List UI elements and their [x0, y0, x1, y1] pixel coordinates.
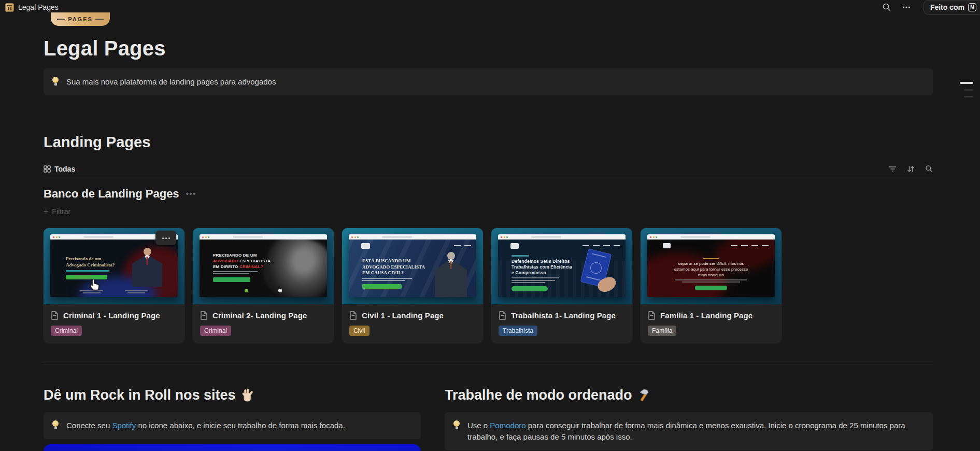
card-title: Criminal 1 - Landing Page [63, 311, 160, 320]
made-with-notion-badge[interactable]: Feito com N [924, 0, 980, 15]
document-icon [349, 311, 357, 320]
card-civil-1[interactable]: ESTÁ BUSCANDO UM ADVOGADO ESPECIALISTA E… [342, 228, 483, 343]
section-divider [44, 364, 933, 364]
document-icon [648, 311, 656, 320]
notion-logo-icon: N [968, 3, 976, 11]
card-cover: Precisando de um Advogado Criminalista? [44, 228, 184, 304]
outline-bar[interactable] [964, 96, 973, 97]
outline-bar[interactable] [960, 82, 973, 84]
cover-cta-button [695, 286, 727, 290]
spotify-embed[interactable] [44, 444, 421, 451]
site-logo [663, 243, 671, 248]
breadcrumb-title: Legal Pages [18, 3, 59, 11]
search-icon[interactable] [882, 3, 891, 12]
cover-cta-button [362, 284, 402, 289]
card-cover: ESTÁ BUSCANDO UM ADVOGADO ESPECIALISTA E… [342, 228, 483, 304]
pomodoro-section-title: Trabalhe de modo ordenado [445, 386, 632, 404]
card-more-button[interactable] [155, 231, 176, 245]
spotify-callout-text: Conecte seu Spotify no icone abaixo, e i… [66, 420, 345, 431]
card-cover: Defendemos Seus Direitos Trabalhistas co… [491, 228, 632, 304]
tag-criminal: Criminal [51, 326, 82, 336]
tag-criminal: Criminal [200, 326, 231, 336]
card-cover: separar-se pode ser difícil, mas nós est… [641, 228, 782, 304]
card-cover: PRECISANDO DE UM ADVOGADO ESPECIALISTA E… [193, 228, 334, 304]
add-filter-label: Filtrar [52, 207, 70, 216]
gallery-grid-icon [44, 165, 51, 173]
page-title: Legal Pages [44, 36, 933, 60]
add-filter-button[interactable]: + Filtrar [44, 207, 70, 216]
card-criminal-1[interactable]: Precisando de um Advogado Criminalista? [44, 228, 184, 343]
rock-section-title: Dê um Rock in Roll nos sites [44, 386, 236, 404]
cover-cta-button [213, 277, 250, 282]
pomodoro-callout: Use o Pomodoro para conseguir trabalhar … [445, 412, 933, 450]
card-trabalhista-1[interactable]: Defendemos Seus Direitos Trabalhistas co… [491, 228, 632, 343]
plus-icon: + [44, 208, 48, 215]
cover-headline: Precisando de um Advogado Criminalista? [66, 256, 118, 268]
intro-callout: Sua mais nova plataforma de landing page… [44, 68, 933, 95]
view-search-icon[interactable] [925, 165, 933, 173]
gallery-cards: Precisando de um Advogado Criminalista? [44, 228, 933, 343]
cover-cta-button [66, 275, 107, 279]
lawyer-photo [132, 248, 162, 287]
card-title: Trabalhista 1- Landing Page [511, 311, 616, 320]
card-title: Civil 1 - Landing Page [362, 311, 444, 320]
cover-headline: Defendemos Seus Direitos Trabalhistas co… [512, 259, 576, 276]
more-options-icon[interactable] [902, 3, 911, 12]
rock-hand-icon [241, 388, 253, 402]
intro-callout-text: Sua mais nova plataforma de landing page… [66, 76, 276, 88]
page-icon [5, 3, 14, 12]
pomodoro-link[interactable]: Pomodoro [490, 421, 525, 430]
cover-banner-text: PAGES [68, 16, 93, 22]
light-bulb-icon [52, 77, 59, 86]
tab-todas-label: Todas [54, 165, 75, 173]
cover-headline: ESTÁ BUSCANDO UM ADVOGADO ESPECIALISTA E… [362, 258, 428, 276]
topbar: Legal Pages Feito com N [0, 0, 980, 15]
site-logo [361, 243, 370, 249]
mouse-cursor [89, 278, 101, 291]
tag-familia: Família [648, 326, 676, 336]
site-logo [510, 243, 519, 249]
pomodoro-callout-text: Use o Pomodoro para conseguir trabalhar … [467, 420, 925, 443]
outline-indicator [960, 82, 973, 97]
tab-todas[interactable]: Todas [44, 165, 75, 173]
light-bulb-icon [52, 420, 59, 430]
spotify-callout: Conecte seu Spotify no icone abaixo, e i… [44, 412, 421, 439]
board-more-icon[interactable]: ••• [184, 189, 198, 199]
card-criminal-2[interactable]: PRECISANDO DE UM ADVOGADO ESPECIALISTA E… [193, 228, 334, 343]
document-icon [51, 311, 59, 320]
made-with-label: Feito com [930, 3, 964, 11]
sort-icon[interactable] [907, 165, 915, 173]
landing-pages-heading: Landing Pages [44, 133, 933, 151]
spotify-link[interactable]: Spotify [112, 421, 136, 430]
board-title: Banco de Landing Pages [44, 187, 179, 201]
card-title: Família 1 - Landing Page [660, 311, 752, 320]
tag-civil: Civil [349, 326, 370, 336]
cover-cta-button [512, 286, 548, 291]
lawyer-photo [435, 252, 467, 297]
document-icon [200, 311, 208, 320]
filter-icon[interactable] [889, 166, 897, 172]
breadcrumb[interactable]: Legal Pages [5, 3, 59, 12]
tag-trabalhista: Trabalhista [499, 326, 537, 336]
hammer-icon [637, 388, 651, 402]
document-icon [499, 311, 506, 320]
card-title: Criminal 2- Landing Page [212, 311, 307, 320]
card-familia-1[interactable]: separar-se pode ser difícil, mas nós est… [641, 228, 782, 343]
database-view-row: Todas [44, 160, 933, 178]
cover-headline: PRECISANDO DE UM ADVOGADO ESPECIALISTA E… [213, 253, 273, 270]
cover-headline: separar-se pode ser difícil, mas nós est… [670, 261, 752, 278]
outline-bar[interactable] [964, 89, 973, 91]
light-bulb-icon [453, 420, 460, 430]
